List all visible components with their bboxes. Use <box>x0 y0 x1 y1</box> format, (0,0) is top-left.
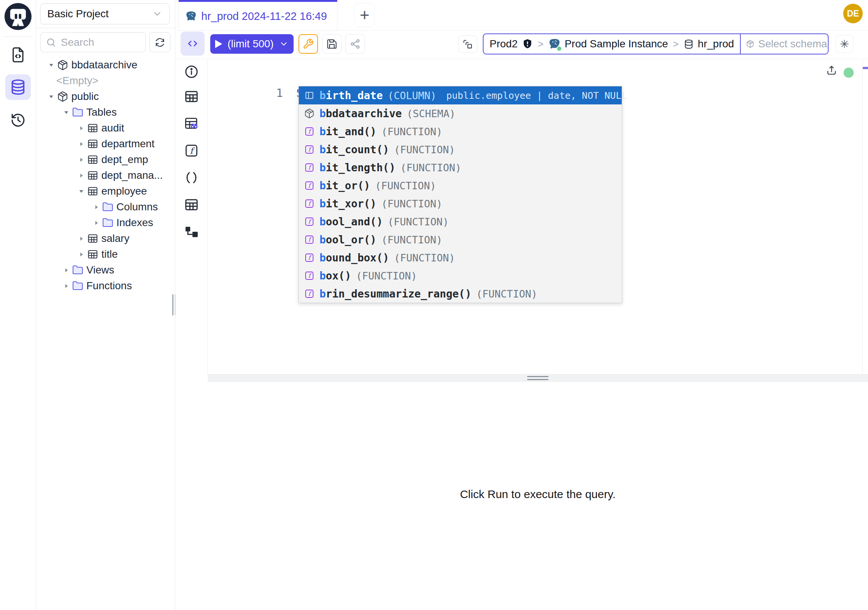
share-button[interactable] <box>346 34 365 54</box>
chevron-down-icon[interactable] <box>61 107 71 118</box>
openai-icon: ✳ <box>840 37 849 51</box>
save-button[interactable] <box>322 34 342 54</box>
suggestion-birth_date[interactable]: birth_date(COLUMN)public.employee | date… <box>299 86 622 104</box>
info-icon[interactable] <box>184 64 199 79</box>
chevron-right-icon[interactable] <box>61 281 71 291</box>
search-input[interactable] <box>61 36 132 48</box>
table-icon <box>87 233 98 244</box>
refresh-button[interactable] <box>149 32 170 52</box>
svg-text:f: f <box>308 218 312 225</box>
tree-item-label: employee <box>101 185 147 197</box>
user-avatar[interactable]: DE <box>843 4 863 23</box>
environment-label: Prod2 <box>490 38 518 50</box>
tree-item-empty[interactable]: <Empty> <box>36 73 175 88</box>
tree-item-label: Views <box>86 264 114 276</box>
tree-item-columns[interactable]: Columns <box>36 199 175 215</box>
schema-selector[interactable]: Select schema <box>740 34 832 54</box>
panel-splitter[interactable] <box>208 374 868 382</box>
chevron-right-icon[interactable] <box>91 202 101 212</box>
sql-editor-app: Basic Project bbdataarchive<Empty>public… <box>0 0 868 610</box>
tab-hr-prod[interactable]: hr_prod 2024-11-22 16:49 <box>178 0 338 31</box>
tree-item-functions[interactable]: Functions <box>36 278 175 294</box>
protected-environment-shield-icon <box>522 38 533 50</box>
chevron-down-icon <box>279 39 289 49</box>
suggestion-bit_length[interactable]: fbit_length()(FUNCTION) <box>299 158 622 177</box>
schema-tree: bbdataarchive<Empty>publicTablesauditdep… <box>36 56 175 294</box>
chevron-right-icon[interactable] <box>76 123 86 133</box>
upload-sheet-icon[interactable] <box>826 64 838 76</box>
chevron-down-icon[interactable] <box>46 60 56 70</box>
svg-text:f: f <box>308 200 312 207</box>
code-view-toggle[interactable] <box>181 31 205 56</box>
tree-item-employee[interactable]: employee <box>36 183 175 199</box>
chevron-right-icon[interactable] <box>76 170 86 181</box>
schema-placeholder: Select schema <box>758 38 827 50</box>
tree-item-public[interactable]: public <box>36 88 175 104</box>
editor-overview-ruler[interactable] <box>862 59 868 374</box>
chevron-right-icon[interactable] <box>76 139 86 149</box>
suggestion-bool_and[interactable]: fbool_and()(FUNCTION) <box>299 213 622 231</box>
suggestion-bit_count[interactable]: fbit_count()(FUNCTION) <box>299 140 622 158</box>
format-sql-button[interactable] <box>298 34 318 54</box>
suggestion-name: bbdataarchive <box>319 107 402 120</box>
chevron-right-icon[interactable] <box>91 217 101 228</box>
editor-side-strip: f <box>175 59 208 374</box>
results-panel: Click Run to execute the query. <box>175 382 868 610</box>
table-search-icon[interactable] <box>184 116 199 131</box>
chevron-down-icon[interactable] <box>76 186 86 196</box>
ai-assistant-button[interactable]: ✳ <box>835 35 853 53</box>
connection-selector[interactable]: Prod2 > Prod Sample Instance > hr_prod <box>484 34 740 54</box>
suggestion-box[interactable]: fbox()(FUNCTION) <box>299 267 622 285</box>
suggestion-brin_desummarize_range[interactable]: fbrin_desummarize_range()(FUNCTION) <box>299 285 622 303</box>
folder-icon <box>102 201 113 213</box>
tree-item-audit[interactable]: audit <box>36 120 175 136</box>
chevron-right-icon[interactable] <box>61 265 71 275</box>
code-line[interactable]: 1SELECT birth_date FROM public.employee; <box>208 68 561 85</box>
table-panel-icon[interactable] <box>184 89 199 104</box>
sql-editor-area[interactable]: f 1SELECT birth_date FROM public.employe… <box>175 59 868 374</box>
chevron-right-icon[interactable] <box>76 154 86 165</box>
suggestion-bit_and[interactable]: fbit_and()(FUNCTION) <box>299 123 622 140</box>
suggestion-bound_box[interactable]: fbound_box()(FUNCTION) <box>299 249 622 267</box>
search-box[interactable] <box>40 32 146 52</box>
suggestion-bbdataarchive[interactable]: bbdataarchive(SCHEMA) <box>299 104 622 123</box>
new-tab-button[interactable]: + <box>354 3 375 27</box>
suggestion-bit_or[interactable]: fbit_or()(FUNCTION) <box>299 177 622 194</box>
schema-diagram-icon[interactable] <box>184 224 199 239</box>
history-icon[interactable] <box>10 112 26 129</box>
tree-item-dept-emp[interactable]: dept_emp <box>36 152 175 168</box>
column-icon <box>304 90 315 101</box>
tree-item-indexes[interactable]: Indexes <box>36 215 175 231</box>
postgresql-icon <box>186 11 197 22</box>
function-icon: f <box>304 234 315 245</box>
suggestion-kind: (FUNCTION) <box>400 162 461 174</box>
chevron-right-icon[interactable] <box>76 249 86 259</box>
batch-query-button[interactable] <box>459 35 477 53</box>
project-selector[interactable]: Basic Project <box>40 3 170 25</box>
suggestion-kind: (FUNCTION) <box>476 288 538 300</box>
suggestion-bit_xor[interactable]: fbit_xor()(FUNCTION) <box>299 194 622 213</box>
parentheses-icon[interactable] <box>184 170 199 185</box>
chevron-right-icon[interactable] <box>76 233 86 244</box>
sidebar: Basic Project bbdataarchive<Empty>public… <box>36 0 175 610</box>
chevron-down-icon[interactable] <box>46 91 56 102</box>
tree-item-label: public <box>71 90 99 102</box>
database-icon[interactable] <box>9 79 27 96</box>
tab-title: hr_prod 2024-11-22 16:49 <box>201 10 327 23</box>
tree-item-title[interactable]: title <box>36 247 175 262</box>
tree-item-views[interactable]: Views <box>36 262 175 278</box>
table-icon <box>87 123 98 134</box>
bytebase-logo-icon[interactable] <box>5 3 31 30</box>
tree-item-tables[interactable]: Tables <box>36 104 175 120</box>
function-panel-icon[interactable]: f <box>184 143 199 158</box>
tree-item-label: dept_mana... <box>101 169 163 182</box>
suggestion-bool_or[interactable]: fbool_or()(FUNCTION) <box>299 231 622 249</box>
tree-item-dept-mana[interactable]: dept_mana... <box>36 168 175 183</box>
tree-item-salary[interactable]: salary <box>36 231 175 247</box>
folder-icon <box>72 107 83 118</box>
tree-item-department[interactable]: department <box>36 136 175 152</box>
table-grid-icon[interactable] <box>184 197 199 212</box>
tree-item-bbdataarchive[interactable]: bbdataarchive <box>36 57 175 73</box>
worksheet-icon[interactable] <box>10 47 26 63</box>
run-button[interactable]: (limit 500) <box>210 34 294 54</box>
